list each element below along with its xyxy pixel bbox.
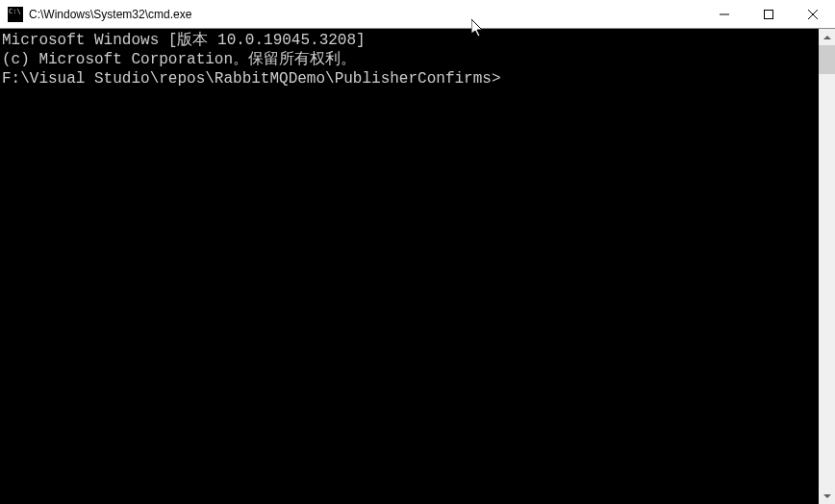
- close-icon: [808, 10, 818, 19]
- maximize-button[interactable]: [746, 0, 791, 28]
- svg-rect-1: [765, 10, 773, 18]
- minimize-icon: [720, 10, 729, 19]
- output-line: Microsoft Windows [版本 10.0.19045.3208]: [2, 31, 819, 50]
- terminal-wrapper: Microsoft Windows [版本 10.0.19045.3208](c…: [0, 29, 835, 504]
- svg-marker-5: [823, 494, 831, 498]
- vertical-scrollbar[interactable]: [819, 29, 835, 504]
- chevron-up-icon: [823, 36, 831, 39]
- prompt-line: F:\Visual Studio\repos\RabbitMQDemo\Publ…: [2, 69, 819, 88]
- minimize-button[interactable]: [702, 0, 746, 28]
- output-line: (c) Microsoft Corporation。保留所有权利。: [2, 50, 819, 69]
- terminal-output[interactable]: Microsoft Windows [版本 10.0.19045.3208](c…: [0, 29, 819, 504]
- scroll-down-arrow[interactable]: [819, 488, 835, 504]
- scroll-track[interactable]: [819, 45, 835, 488]
- scroll-up-arrow[interactable]: [819, 29, 835, 45]
- svg-marker-4: [823, 36, 831, 39]
- chevron-down-icon: [823, 494, 831, 498]
- scroll-thumb[interactable]: [819, 45, 835, 74]
- titlebar: C:\Windows\System32\cmd.exe: [0, 0, 835, 29]
- close-button[interactable]: [791, 0, 835, 28]
- maximize-icon: [764, 10, 773, 19]
- window-title: C:\Windows\System32\cmd.exe: [29, 8, 702, 21]
- cmd-icon: [8, 7, 23, 22]
- window-controls: [702, 0, 835, 28]
